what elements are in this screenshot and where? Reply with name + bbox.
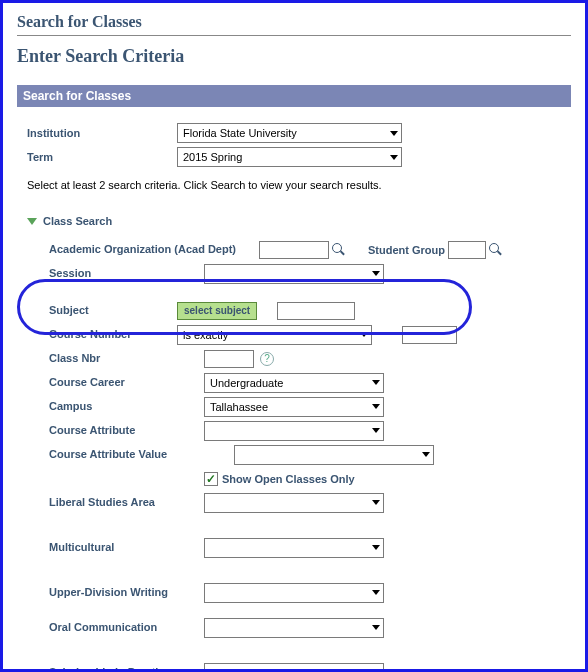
course-attribute-select[interactable] bbox=[204, 421, 384, 441]
institution-select[interactable]: Florida State University bbox=[177, 123, 402, 143]
chevron-down-icon bbox=[372, 500, 380, 505]
course-attribute-label: Course Attribute bbox=[49, 424, 204, 437]
help-icon[interactable]: ? bbox=[260, 352, 274, 366]
term-value: 2015 Spring bbox=[183, 151, 242, 163]
chevron-down-icon bbox=[390, 131, 398, 136]
course-number-input[interactable] bbox=[402, 326, 457, 344]
course-career-label: Course Career bbox=[49, 376, 204, 389]
page-title: Search for Classes bbox=[17, 13, 571, 31]
course-career-select[interactable]: Undergraduate bbox=[204, 373, 384, 393]
session-label: Session bbox=[49, 267, 204, 280]
chevron-down-icon bbox=[372, 380, 380, 385]
search-icon[interactable] bbox=[332, 243, 346, 257]
oral-comm-select[interactable] bbox=[204, 618, 384, 638]
instruction-text: Select at least 2 search criteria. Click… bbox=[27, 179, 561, 191]
upper-div-writing-select[interactable] bbox=[204, 583, 384, 603]
scholarship-select[interactable] bbox=[204, 663, 384, 673]
chevron-down-icon bbox=[360, 332, 368, 337]
institution-row: Institution Florida State University bbox=[27, 123, 561, 143]
divider bbox=[17, 35, 571, 36]
student-group-label: Student Group bbox=[368, 244, 445, 256]
term-select[interactable]: 2015 Spring bbox=[177, 147, 402, 167]
oral-comm-label: Oral Communication bbox=[49, 621, 204, 634]
acad-org-input[interactable] bbox=[259, 241, 329, 259]
campus-label: Campus bbox=[49, 400, 204, 413]
triangle-down-icon bbox=[27, 218, 37, 225]
show-open-label: Show Open Classes Only bbox=[222, 473, 355, 485]
chevron-down-icon bbox=[372, 428, 380, 433]
institution-label: Institution bbox=[27, 127, 177, 139]
course-attribute-value-select[interactable] bbox=[234, 445, 434, 465]
chevron-down-icon bbox=[372, 625, 380, 630]
select-subject-button[interactable]: select subject bbox=[177, 302, 257, 320]
multicultural-label: Multicultural bbox=[49, 541, 204, 554]
institution-value: Florida State University bbox=[183, 127, 297, 139]
chevron-down-icon bbox=[390, 155, 398, 160]
liberal-studies-label: Liberal Studies Area bbox=[49, 496, 204, 509]
class-search-toggle-label: Class Search bbox=[43, 215, 112, 227]
term-label: Term bbox=[27, 151, 177, 163]
term-row: Term 2015 Spring bbox=[27, 147, 561, 167]
campus-value: Tallahassee bbox=[210, 401, 268, 413]
chevron-down-icon bbox=[372, 545, 380, 550]
class-nbr-label: Class Nbr bbox=[49, 352, 204, 365]
chevron-down-icon bbox=[422, 452, 430, 457]
section-bar: Search for Classes bbox=[17, 85, 571, 107]
subject-input[interactable] bbox=[277, 302, 355, 320]
class-nbr-input[interactable] bbox=[204, 350, 254, 368]
course-number-label: Course Number bbox=[49, 328, 177, 341]
show-open-checkbox[interactable]: ✓ bbox=[204, 472, 218, 486]
chevron-down-icon bbox=[372, 404, 380, 409]
sub-title: Enter Search Criteria bbox=[17, 46, 571, 67]
app-frame: Search for Classes Enter Search Criteria… bbox=[0, 0, 588, 672]
course-number-op-select[interactable]: is exactly bbox=[177, 325, 372, 345]
liberal-studies-select[interactable] bbox=[204, 493, 384, 513]
acad-org-label: Academic Organization (Acad Dept) bbox=[49, 243, 259, 256]
course-career-value: Undergraduate bbox=[210, 377, 283, 389]
course-number-op-value: is exactly bbox=[183, 329, 228, 341]
multicultural-select[interactable] bbox=[204, 538, 384, 558]
search-form: Academic Organization (Acad Dept) Studen… bbox=[27, 239, 561, 672]
campus-select[interactable]: Tallahassee bbox=[204, 397, 384, 417]
upper-div-writing-label: Upper-Division Writing bbox=[49, 586, 204, 599]
scholarship-label: Scholarship in Practice bbox=[49, 666, 204, 672]
chevron-down-icon bbox=[372, 590, 380, 595]
session-select[interactable] bbox=[204, 264, 384, 284]
chevron-down-icon bbox=[372, 271, 380, 276]
student-group-input[interactable] bbox=[448, 241, 486, 259]
course-attribute-value-label: Course Attribute Value bbox=[49, 448, 234, 461]
subject-label: Subject bbox=[49, 304, 177, 317]
class-search-toggle[interactable]: Class Search bbox=[27, 215, 561, 227]
search-icon[interactable] bbox=[489, 243, 503, 257]
